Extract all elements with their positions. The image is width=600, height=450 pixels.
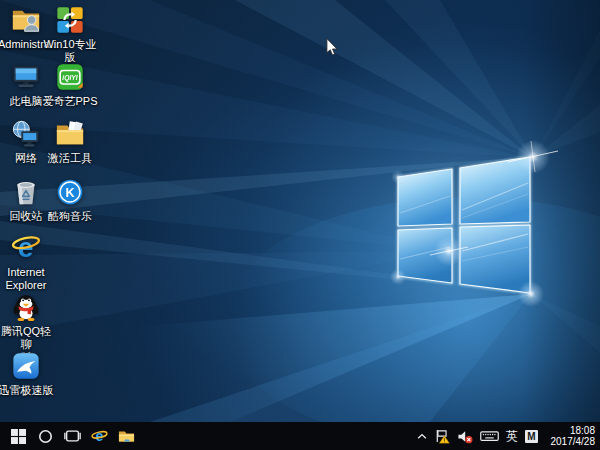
chevron-up-icon	[417, 433, 427, 440]
recycle-bin-icon	[11, 177, 41, 207]
ime-mode-badge[interactable]: M	[525, 430, 538, 443]
clock-date: 2017/4/28	[551, 436, 596, 448]
speaker-muted-icon	[457, 429, 473, 444]
file-explorer-icon	[118, 429, 135, 444]
user-folder-icon	[11, 5, 41, 35]
cortana-button[interactable]	[32, 422, 59, 450]
win10-website-icon	[55, 5, 85, 35]
mouse-cursor	[326, 38, 339, 57]
svg-text:iQIYI: iQIYI	[62, 74, 78, 82]
windows-desktop: Administra... Win10专业版 官网	[0, 0, 600, 450]
start-button[interactable]	[5, 422, 32, 450]
ime-language-indicator[interactable]: 英	[506, 422, 518, 450]
network-icon	[11, 119, 41, 149]
this-pc-icon	[11, 62, 41, 92]
tray-touch-keyboard[interactable]	[480, 429, 499, 443]
icon-label: 酷狗音乐	[42, 210, 98, 223]
icon-label: 迅雷极速版	[0, 384, 54, 397]
tray-action-center[interactable]	[434, 428, 450, 444]
taskbar-clock[interactable]: 18:08 2017/4/28	[545, 425, 595, 448]
iqiyi-icon: iQIYI	[55, 62, 85, 92]
right-shade	[523, 0, 600, 422]
tray-chevron-up[interactable]	[417, 433, 427, 440]
flag-warning-icon	[434, 428, 450, 444]
icon-label: Internet Explorer	[0, 266, 54, 292]
desktop-icon-kugou-music[interactable]: K 酷狗音乐	[42, 176, 98, 223]
desktop-icon-activation-tools[interactable]: 激活工具	[42, 118, 98, 165]
cortana-circle-icon	[38, 429, 53, 444]
folder-icon	[55, 119, 85, 149]
taskbar-left: e	[0, 422, 140, 450]
desktop-icon-internet-explorer[interactable]: e Internet Explorer	[0, 232, 54, 292]
windows-start-icon	[11, 429, 26, 444]
taskbar-file-explorer[interactable]	[113, 422, 140, 450]
keyboard-icon	[480, 429, 499, 443]
system-tray: 英 M 18:08 2017/4/28	[417, 422, 600, 450]
taskbar-internet-explorer[interactable]: e	[86, 422, 113, 450]
icon-label: 爱奇艺PPS	[42, 95, 98, 108]
desktop-icon-thunder-speed[interactable]: 迅雷极速版	[0, 350, 54, 397]
kugou-icon: K	[55, 177, 85, 207]
task-view-button[interactable]	[59, 422, 86, 450]
ie-taskbar-icon: e	[91, 428, 108, 444]
thunder-bird-icon	[11, 351, 41, 381]
qq-penguin-icon	[11, 292, 41, 322]
desktop-area[interactable]: Administra... Win10专业版 官网	[0, 0, 600, 422]
task-view-icon	[64, 429, 81, 443]
tray-volume-muted[interactable]	[457, 429, 473, 444]
svg-text:K: K	[65, 186, 75, 200]
svg-text:e: e	[96, 428, 104, 444]
taskbar: e	[0, 422, 600, 450]
internet-explorer-icon: e	[10, 232, 42, 264]
desktop-icon-iqiyi-pps[interactable]: iQIYI 爱奇艺PPS	[42, 61, 98, 108]
clock-time: 18:08	[570, 425, 595, 437]
icon-label: 激活工具	[42, 152, 98, 165]
